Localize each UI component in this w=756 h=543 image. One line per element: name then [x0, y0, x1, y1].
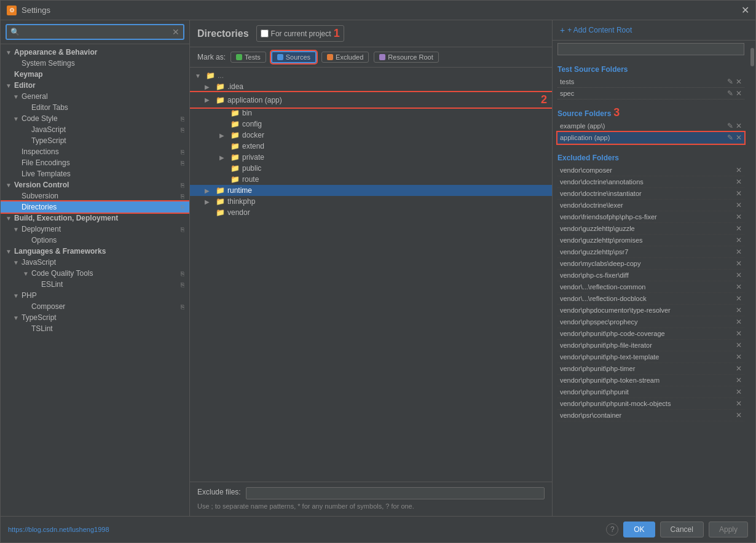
sidebar-item-version-control[interactable]: ▼ Version Control ⎘: [1, 179, 189, 190]
copy-icon: ⎘: [181, 127, 184, 133]
sidebar-item-keymap[interactable]: Keymap: [1, 69, 189, 80]
sidebar-item-languages[interactable]: ▼ Languages & Frameworks: [1, 246, 189, 257]
file-item-application[interactable]: ▶ 📁 application (app) 2: [190, 92, 552, 107]
file-label: application (app): [227, 96, 282, 104]
sidebar-item-subversion[interactable]: Subversion ⎘: [1, 190, 189, 201]
remove-icon[interactable]: ✕: [736, 213, 742, 221]
sidebar-item-javascript[interactable]: JavaScript ⎘: [1, 124, 189, 135]
sidebar-item-php[interactable]: ▼ PHP: [1, 290, 189, 301]
remove-icon[interactable]: ✕: [736, 353, 742, 361]
content-root-input[interactable]: [557, 43, 744, 55]
current-project-checkbox[interactable]: [261, 29, 269, 37]
sidebar-item-label: TypeScript: [31, 136, 66, 145]
file-item-bin[interactable]: 📁 bin: [190, 107, 552, 119]
sidebar-item-general[interactable]: ▼ General: [1, 91, 189, 102]
exclude-files-input[interactable]: [246, 487, 545, 499]
edit-icon[interactable]: ✎: [727, 122, 733, 130]
sidebar-item-build[interactable]: ▼ Build, Execution, Deployment: [1, 213, 189, 224]
remove-icon[interactable]: ✕: [736, 189, 742, 198]
right-scrollbar[interactable]: [749, 41, 755, 516]
sidebar-item-directories[interactable]: Directories ⎘: [1, 201, 189, 213]
remove-icon[interactable]: ✕: [736, 283, 742, 291]
remove-icon[interactable]: ✕: [736, 376, 742, 385]
remove-icon[interactable]: ✕: [736, 224, 742, 233]
sidebar-item-tslint[interactable]: TSLint: [1, 323, 189, 334]
scrollbar-thumb[interactable]: [750, 48, 754, 66]
remove-icon[interactable]: ✕: [736, 248, 742, 256]
remove-icon[interactable]: ✕: [736, 236, 742, 244]
sidebar-item-code-quality-tools[interactable]: ▼ Code Quality Tools ⎘: [1, 268, 189, 279]
remove-icon[interactable]: ✕: [736, 122, 742, 130]
for-current-project[interactable]: For current project 1: [256, 25, 344, 42]
sidebar-item-editor-tabs[interactable]: Editor Tabs: [1, 102, 189, 113]
sidebar-item-javascript2[interactable]: ▼ JavaScript: [1, 257, 189, 268]
mark-as-label: Mark as:: [197, 53, 226, 61]
remove-icon[interactable]: ✕: [736, 178, 742, 186]
remove-icon[interactable]: ✕: [736, 133, 742, 142]
remove-icon[interactable]: ✕: [736, 271, 742, 279]
ok-button[interactable]: OK: [623, 522, 655, 537]
copy-icon: ⎘: [181, 226, 184, 233]
excluded-item: vendor\phpunit\php-text-template ✕: [557, 351, 744, 363]
excluded-name: vendor\...\reflection-docblock: [560, 295, 647, 302]
sidebar-item-label: TSLint: [31, 324, 53, 333]
arrow-icon: ▼: [13, 314, 20, 321]
apply-button[interactable]: Apply: [709, 522, 748, 537]
remove-icon[interactable]: ✕: [736, 318, 742, 326]
remove-icon[interactable]: ✕: [736, 341, 742, 350]
edit-icon[interactable]: ✎: [727, 77, 733, 86]
file-item-public[interactable]: 📁 public: [190, 163, 552, 174]
remove-icon[interactable]: ✕: [736, 306, 742, 314]
file-item-idea[interactable]: ▶ 📁 .idea: [190, 81, 552, 92]
remove-icon[interactable]: ✕: [736, 166, 742, 174]
file-item-route[interactable]: 📁 route: [190, 174, 552, 185]
file-item-private[interactable]: ▶ 📁 private: [190, 152, 552, 163]
search-input[interactable]: Directories: [22, 28, 170, 36]
file-tree-root[interactable]: ▼ 📁 ...: [190, 70, 552, 81]
remove-icon[interactable]: ✕: [736, 411, 742, 420]
file-item-thinkphp[interactable]: ▶ 📁 thinkphp: [190, 196, 552, 207]
mark-resource-root-button[interactable]: Resource Root: [374, 52, 438, 63]
sidebar-item-code-style[interactable]: ▼ Code Style ⎘: [1, 113, 189, 124]
remove-icon[interactable]: ✕: [736, 77, 742, 86]
file-item-docker[interactable]: ▶ 📁 docker: [190, 130, 552, 141]
sidebar-item-deployment[interactable]: ▼ Deployment ⎘: [1, 224, 189, 235]
cancel-button[interactable]: Cancel: [660, 522, 704, 537]
edit-icon[interactable]: ✎: [727, 133, 733, 142]
search-clear-icon[interactable]: ✕: [172, 27, 179, 37]
remove-icon[interactable]: ✕: [736, 201, 742, 209]
add-content-root-button[interactable]: + Add Content Root: [567, 26, 632, 34]
file-item-runtime[interactable]: ▶ 📁 runtime: [190, 185, 552, 196]
remove-icon[interactable]: ✕: [736, 399, 742, 408]
copy-icon: ⎘: [181, 160, 184, 166]
sidebar-item-file-encodings[interactable]: File Encodings ⎘: [1, 157, 189, 168]
sidebar-item-inspections[interactable]: Inspections ⎘: [1, 146, 189, 157]
file-label: .idea: [227, 82, 243, 91]
sidebar-item-options[interactable]: Options: [1, 235, 189, 246]
edit-icon[interactable]: ✎: [727, 89, 733, 98]
remove-icon[interactable]: ✕: [736, 89, 742, 98]
file-item-vendor[interactable]: 📁 vendor: [190, 207, 552, 218]
remove-icon[interactable]: ✕: [736, 329, 742, 338]
help-icon[interactable]: ?: [606, 523, 618, 536]
sidebar-item-composer[interactable]: Composer ⎘: [1, 301, 189, 312]
remove-icon[interactable]: ✕: [736, 364, 742, 373]
sidebar-item-typescript2[interactable]: ▼ TypeScript: [1, 312, 189, 323]
sources-color-dot: [277, 54, 283, 60]
mark-tests-button[interactable]: Tests: [230, 52, 266, 63]
sidebar-item-live-templates[interactable]: Live Templates: [1, 168, 189, 179]
sidebar-item-system-settings[interactable]: System Settings: [1, 58, 189, 69]
mark-excluded-button[interactable]: Excluded: [321, 52, 369, 63]
file-item-config[interactable]: 📁 config: [190, 119, 552, 130]
close-button[interactable]: ✕: [741, 4, 749, 16]
remove-icon[interactable]: ✕: [736, 388, 742, 396]
sidebar-item-eslint[interactable]: ESLint ⎘: [1, 279, 189, 290]
file-item-extend[interactable]: 📁 extend: [190, 141, 552, 152]
remove-icon[interactable]: ✕: [736, 259, 742, 268]
file-label: runtime: [227, 186, 252, 195]
remove-icon[interactable]: ✕: [736, 294, 742, 303]
sidebar-item-typescript[interactable]: TypeScript: [1, 135, 189, 146]
sidebar-item-appearance[interactable]: ▼ Appearance & Behavior: [1, 47, 189, 58]
mark-sources-button[interactable]: Sources: [271, 51, 317, 63]
sidebar-item-editor[interactable]: ▼ Editor: [1, 80, 189, 91]
